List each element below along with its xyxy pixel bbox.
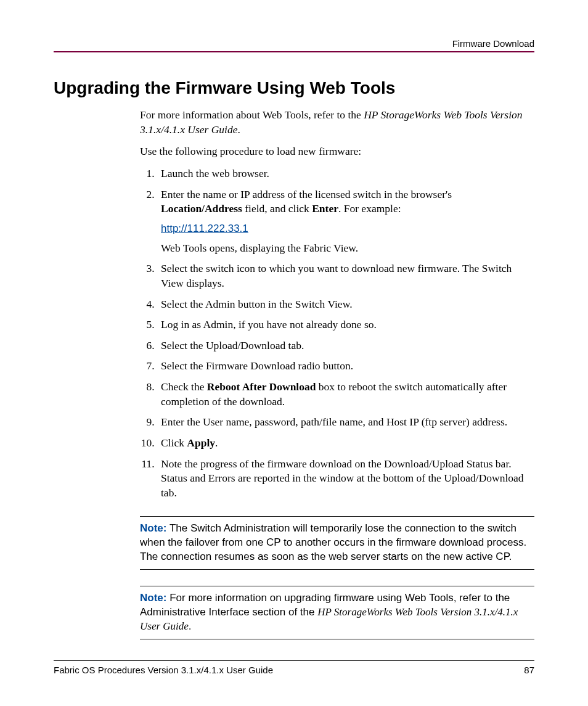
step-5: Log in as Admin, if you have not already…	[157, 318, 534, 332]
step-2-pre: Enter the name or IP address of the lice…	[161, 188, 452, 200]
step-10: Click Apply.	[157, 436, 534, 451]
running-header: Firmware Download	[54, 38, 534, 49]
step-3: Select the switch icon to which you want…	[157, 261, 534, 290]
intro-pre: For more information about Web Tools, re…	[140, 109, 364, 121]
step-1: Launch the web browser.	[157, 166, 534, 181]
note-1-top-rule	[140, 516, 534, 517]
intro-paragraph: For more information about Web Tools, re…	[140, 108, 534, 137]
step-2-bold-location: Location/Address	[161, 202, 242, 215]
step-2-bold-enter: Enter	[312, 202, 338, 215]
footer-rule	[54, 660, 534, 661]
note-1-label: Note:	[140, 522, 166, 534]
step-9: Enter the User name, password, path/file…	[157, 415, 534, 430]
note-2-post: .	[189, 620, 192, 632]
step-10-pre: Click	[161, 437, 187, 449]
note-2-label: Note:	[140, 592, 166, 604]
step-2-after: Web Tools opens, displaying the Fabric V…	[161, 241, 534, 256]
lead-paragraph: Use the following procedure to load new …	[140, 144, 534, 159]
note-1-bottom-rule	[140, 569, 534, 570]
body-content: For more information about Web Tools, re…	[140, 108, 534, 639]
note-2-bottom-rule	[140, 639, 534, 639]
step-8-bold: Reboot After Download	[207, 380, 316, 393]
example-url-link[interactable]: http://111.222.33.1	[161, 223, 248, 234]
note-1: Note: The Switch Administration will tem…	[140, 522, 534, 564]
step-2-mid: field, and click	[242, 202, 312, 215]
page-footer: Fabric OS Procedures Version 3.1.x/4.1.x…	[54, 660, 534, 675]
step-7: Select the Firmware Download radio butto…	[157, 359, 534, 374]
note-1-text: The Switch Administration will temporari…	[140, 522, 526, 562]
note-2-top-rule	[140, 586, 534, 586]
step-10-post: .	[215, 437, 218, 449]
header-rule	[54, 51, 534, 52]
procedure-list: Launch the web browser. Enter the name o…	[140, 166, 534, 501]
footer-doc-title: Fabric OS Procedures Version 3.1.x/4.1.x…	[54, 665, 273, 675]
footer-page-number: 87	[524, 665, 534, 675]
note-2: Note: For more information on upgrading …	[140, 591, 534, 634]
intro-post: .	[237, 123, 240, 136]
step-8-pre: Check the	[161, 380, 207, 393]
step-4: Select the Admin button in the Switch Vi…	[157, 297, 534, 312]
step-11: Note the progress of the firmware downlo…	[157, 457, 534, 501]
step-8: Check the Reboot After Download box to r…	[157, 380, 534, 409]
step-6: Select the Upload/Download tab.	[157, 339, 534, 353]
step-2: Enter the name or IP address of the lice…	[157, 187, 534, 256]
step-2-post: . For example:	[338, 202, 401, 215]
step-10-bold: Apply	[187, 437, 215, 449]
section-title: Upgrading the Firmware Using Web Tools	[54, 78, 534, 98]
